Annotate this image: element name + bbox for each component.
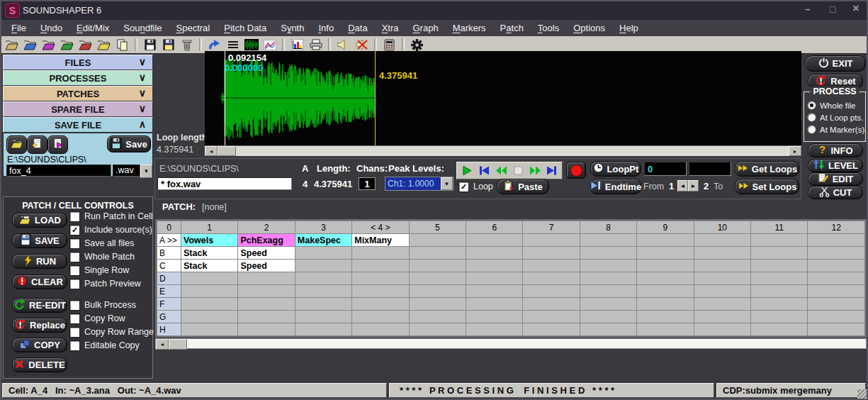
grid-cell[interactable] <box>637 323 694 336</box>
grid-cell[interactable] <box>808 311 865 323</box>
gear-icon[interactable] <box>409 38 425 52</box>
grid-cell[interactable] <box>181 323 238 336</box>
grid-cell[interactable] <box>580 311 636 323</box>
checkbox-box[interactable] <box>69 327 80 338</box>
replace-button[interactable]: Replace <box>12 318 67 333</box>
scroll-left-icon[interactable]: ◄ <box>156 339 169 350</box>
grid-cell[interactable] <box>523 311 580 323</box>
grid-cell[interactable] <box>466 311 523 323</box>
grid-cell[interactable] <box>352 298 409 311</box>
new-file-button[interactable] <box>27 135 47 154</box>
menu-undo[interactable]: Undo <box>33 21 69 35</box>
exit-button[interactable]: EXIT <box>805 55 866 72</box>
checkbox-box[interactable] <box>69 265 80 276</box>
end-marker-line[interactable] <box>375 51 376 145</box>
grid-cell[interactable] <box>352 247 409 260</box>
endtime-button[interactable]: Endtime <box>590 179 641 194</box>
patch-preview-checkbox[interactable]: Patch Preview <box>69 278 153 289</box>
menu-tools[interactable]: Tools <box>531 21 566 35</box>
open-magenta-icon[interactable] <box>40 38 57 52</box>
grid-cell[interactable] <box>523 298 580 311</box>
grid-cell[interactable] <box>751 260 808 272</box>
undo-icon[interactable] <box>206 38 222 52</box>
grid-cell[interactable] <box>409 247 466 260</box>
grid-cell[interactable] <box>580 298 636 311</box>
bar-chart-icon[interactable] <box>289 38 305 52</box>
menu-info[interactable]: Info <box>311 21 341 35</box>
save-icon[interactable] <box>142 38 158 52</box>
grid-row-header[interactable]: G <box>157 311 181 323</box>
grid-cell[interactable] <box>181 285 238 298</box>
grid-cell[interactable] <box>580 260 636 272</box>
grid-cell[interactable] <box>352 311 409 323</box>
re-edit-button[interactable]: RE-EDIT <box>12 298 67 313</box>
checkbox-box[interactable] <box>69 238 80 249</box>
grid-column-header[interactable]: 11 <box>751 221 808 234</box>
skip-to-end-button[interactable] <box>544 165 560 177</box>
grid-cell[interactable] <box>295 298 351 311</box>
menu-soundfile[interactable]: Soundfile <box>116 21 169 35</box>
grid-cell[interactable] <box>466 260 523 272</box>
speaker-icon[interactable] <box>335 38 351 52</box>
grid-cell[interactable] <box>466 247 523 260</box>
grid-cell[interactable] <box>409 323 466 336</box>
scroll-left-icon[interactable]: ◄ <box>205 146 218 156</box>
save-all-files-checkbox[interactable]: Save all files <box>69 238 153 249</box>
scrollbar-thumb[interactable] <box>169 339 187 350</box>
file-extension-value[interactable]: .wav <box>113 165 140 177</box>
grid-column-header[interactable]: 2 <box>238 221 295 234</box>
checkbox-box[interactable] <box>69 340 80 351</box>
grid-cell[interactable] <box>751 234 808 247</box>
open-green-icon[interactable] <box>59 38 75 52</box>
stop-button[interactable] <box>510 165 526 177</box>
grid-row-header[interactable]: A >> <box>157 234 181 247</box>
grid-cell[interactable] <box>523 323 580 336</box>
speaker-mute-icon[interactable] <box>354 38 370 52</box>
grid-cell[interactable] <box>238 285 295 298</box>
scroll-right-icon[interactable]: ► <box>789 146 801 156</box>
extension-dropdown-button[interactable]: ▼ <box>140 165 152 178</box>
menu-synth[interactable]: Synth <box>274 21 311 35</box>
grid-cell[interactable] <box>295 272 351 285</box>
scrollbar-thumb[interactable] <box>218 146 236 156</box>
grid-cell[interactable] <box>694 234 750 247</box>
process-option-at-loop-pts[interactable]: At Loop pts. <box>807 111 865 123</box>
grid-cell[interactable] <box>694 323 750 336</box>
edit-button[interactable]: EDIT <box>808 172 863 186</box>
grid-cell[interactable] <box>295 311 351 323</box>
process-option-whole-file[interactable]: Whole file <box>807 99 865 111</box>
grid-cell[interactable] <box>181 311 238 323</box>
grid-cell[interactable] <box>238 272 295 285</box>
grid-column-header[interactable]: 5 <box>409 221 466 234</box>
grid-row-header[interactable]: F <box>157 298 181 311</box>
waveform-icon[interactable] <box>243 38 259 52</box>
grid-cell[interactable] <box>352 260 409 272</box>
grid-cell[interactable] <box>580 234 636 247</box>
grid-cell[interactable] <box>409 311 466 323</box>
grid-cell[interactable] <box>751 247 808 260</box>
clear-button[interactable]: CLEAR <box>12 274 67 289</box>
grid-cell[interactable] <box>580 247 636 260</box>
grid-cell[interactable] <box>523 234 580 247</box>
spin-right-icon[interactable]: ► <box>688 180 699 191</box>
grid-cell[interactable] <box>409 260 466 272</box>
editable-copy-checkbox[interactable]: Editable Copy <box>69 340 154 351</box>
grid-cell[interactable] <box>295 323 351 336</box>
export-file-button[interactable] <box>47 135 68 154</box>
info-button[interactable]: ? INFO <box>808 143 863 157</box>
loop-start-field[interactable]: 0 <box>644 162 687 176</box>
fast-forward-button[interactable] <box>527 165 543 177</box>
checkbox-box[interactable]: ✓ <box>458 182 469 192</box>
radio-icon[interactable] <box>807 101 816 110</box>
grid-cell[interactable] <box>694 298 750 311</box>
section-save-file[interactable]: SAVE FILE∧ <box>3 117 153 133</box>
process-option-at-marker-s[interactable]: At Marker(s) <box>807 123 865 135</box>
grid-cell[interactable]: Vowels <box>181 234 238 247</box>
grid-column-header[interactable]: < 4 > <box>352 221 409 234</box>
grid-cell[interactable] <box>808 272 865 285</box>
menu-data[interactable]: Data <box>341 21 374 35</box>
section-patches[interactable]: PATCHES∨ <box>3 86 153 101</box>
grid-cell[interactable] <box>808 247 865 260</box>
grid-cell[interactable] <box>181 298 238 311</box>
grid-cell[interactable] <box>637 298 694 311</box>
